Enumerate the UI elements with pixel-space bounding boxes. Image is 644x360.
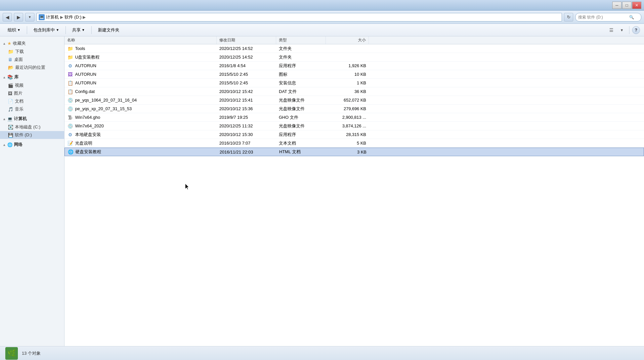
file-name: Win7x64_2020 [75,123,104,128]
search-icon: 🔍 [629,15,634,20]
table-row[interactable]: 📋 Config.dat 2020/10/12 15:42 DAT 文件 36 … [64,87,644,96]
help-button[interactable]: ? [632,26,640,34]
favorites-arrow: ▲ [3,42,6,45]
file-name-cell: 💿 Win7x64_2020 [64,122,217,130]
file-type: 文本文档 [279,140,296,146]
file-date: 2020/10/12 15:36 [219,106,253,111]
organize-arrow: ▼ [17,28,21,32]
file-name-cell: 📁 U盘安装教程 [64,53,217,61]
status-bar: 🌿 13 个对象 [0,346,644,360]
forward-button[interactable]: ▶ [14,13,23,22]
d-drive-icon: 💾 [8,133,13,138]
file-icon: ⚙ [67,63,73,69]
file-type: HTML 文档 [279,149,301,155]
sidebar-item-c-drive[interactable]: 💽 本地磁盘 (C:) [0,123,64,131]
file-type: 光盘映像文件 [279,123,305,129]
file-name: 本地硬盘安装 [75,132,101,138]
organize-label: 组织 [8,27,16,33]
path-computer[interactable]: 计算机 [46,14,59,20]
favorites-header[interactable]: ▲ ★ 收藏夹 [0,39,64,48]
file-type-cell: 文件夹 [276,53,326,61]
col-header-type[interactable]: 类型 [276,36,326,44]
new-folder-label: 新建文件夹 [98,27,119,33]
sidebar-item-doc[interactable]: 📄 文档 [0,97,64,105]
sidebar-item-downloads[interactable]: 📁 下载 [0,48,64,56]
refresh-button[interactable]: ↻ [564,13,573,22]
view-icon-button[interactable]: ▼ [617,26,626,34]
sidebar-item-desktop[interactable]: 🖥 桌面 [0,56,64,64]
file-date: 2020/12/25 14:52 [219,46,253,51]
sidebar-item-d-drive[interactable]: 💾 软件 (D:) [0,131,64,139]
sidebar-item-video[interactable]: 🎬 视频 [0,81,64,89]
table-row[interactable]: ⚙ 本地硬盘安装 2020/10/12 15:30 应用程序 28,315 KB [64,130,644,139]
minimize-button[interactable]: ─ [612,2,622,9]
col-name-label: 名称 [67,37,75,43]
library-header[interactable]: ▲ 📚 库 [0,73,64,81]
computer-icon: 💻 [7,116,13,121]
search-input[interactable] [578,15,628,20]
file-size: 3 KB [357,150,366,155]
col-header-date[interactable]: 修改日期 [217,36,276,44]
file-items: 📁 Tools 2020/12/25 14:52 文件夹 📁 U盘安装教程 20… [64,44,644,346]
file-size-cell: 279,696 KB [326,105,369,113]
path-drive[interactable]: 软件 (D:) [64,14,81,20]
library-section: ▲ 📚 库 🎬 视频 🖼 图片 📄 文档 🎵 音乐 [0,73,64,113]
organize-button[interactable]: 组织 ▼ [4,25,24,35]
file-type: 应用程序 [279,63,296,69]
toolbar-sep-3 [91,26,92,34]
share-button[interactable]: 共享 ▼ [68,25,89,35]
col-header-name[interactable]: 名称 [64,36,217,44]
table-row[interactable]: 📁 U盘安装教程 2020/12/25 14:52 文件夹 [64,53,644,62]
status-count: 13 个对象 [22,350,41,356]
maximize-button[interactable]: □ [622,2,631,9]
file-size: 2,900,813 ... [342,115,366,120]
file-type: 光盘映像文件 [279,97,305,103]
file-size-cell: 10 KB [326,70,369,78]
table-row[interactable]: 📁 Tools 2020/12/25 14:52 文件夹 [64,44,644,53]
file-icon: ⚙ [67,132,73,138]
table-row[interactable]: 🖼 AUTORUN 2015/5/10 2:45 图标 10 KB [64,70,644,79]
file-icon: 🗜 [67,114,73,120]
file-size: 3,874,126 ... [342,123,366,128]
table-row[interactable]: 💿 pe_yqs_xp_20_07_31_15_53 2020/10/12 15… [64,105,644,113]
d-drive-label: 软件 (D:) [15,132,32,138]
col-header-size[interactable]: 大小 [326,36,369,44]
table-row[interactable]: ⚙ AUTORUN 2016/1/8 4:54 应用程序 1,926 KB [64,62,644,70]
table-row[interactable]: 🌐 硬盘安装教程 2016/11/21 22:03 HTML 文档 3 KB [64,148,644,156]
file-date-cell: 2016/10/23 7:07 [217,139,276,147]
back-button[interactable]: ◀ [3,13,12,22]
file-date: 2015/5/10 2:45 [219,80,248,85]
address-bar: ◀ ▶ ▼ 💻 计算机 ▶ 软件 (D:) ▶ ↻ 🔍 [0,11,644,24]
table-row[interactable]: 📝 光盘说明 2016/10/23 7:07 文本文档 5 KB [64,139,644,148]
file-date: 2015/5/10 2:45 [219,72,248,77]
downloads-icon: 📁 [8,49,14,54]
include-library-label: 包含到库中 [33,27,55,33]
file-date: 2020/10/12 15:42 [219,89,253,94]
file-date-cell: 2015/5/10 2:45 [217,79,276,87]
address-path[interactable]: 💻 计算机 ▶ 软件 (D:) ▶ [36,13,562,22]
computer-header[interactable]: ▲ 💻 计算机 [0,114,64,123]
file-date-cell: 2020/12/25 14:52 [217,53,276,61]
view-list-button[interactable]: ☰ [607,26,616,34]
file-type-cell: GHO 文件 [276,113,326,121]
column-headers: 名称 修改日期 类型 大小 [64,36,644,44]
new-folder-button[interactable]: 新建文件夹 [94,25,123,35]
include-library-button[interactable]: 包含到库中 ▼ [30,25,63,35]
table-row[interactable]: 💿 pe_yqs_1064_20_07_31_16_04 2020/10/12 … [64,96,644,105]
sidebar-item-recent[interactable]: 📂 最近访问的位置 [0,64,64,71]
desktop-label: 桌面 [14,57,23,63]
table-row[interactable]: 📋 AUTORUN 2015/5/10 2:45 安装信息 1 KB [64,79,644,87]
recent-button[interactable]: ▼ [25,13,34,22]
network-header[interactable]: ▲ 🌐 网络 [0,140,64,149]
sidebar-item-music[interactable]: 🎵 音乐 [0,105,64,113]
close-button[interactable]: ✕ [632,2,641,9]
table-row[interactable]: 🗜 Win7x64.gho 2019/9/7 19:25 GHO 文件 2,90… [64,113,644,122]
recent-label: 最近访问的位置 [15,65,45,70]
c-drive-icon: 💽 [8,125,13,130]
table-row[interactable]: 💿 Win7x64_2020 2020/12/25 11:32 光盘映像文件 3… [64,122,644,130]
sidebar-item-image[interactable]: 🖼 图片 [0,89,64,97]
doc-label: 文档 [15,98,23,104]
path-computer-icon: 💻 [39,14,45,20]
search-box[interactable]: 🔍 [575,13,641,22]
file-icon: 📋 [67,89,73,95]
